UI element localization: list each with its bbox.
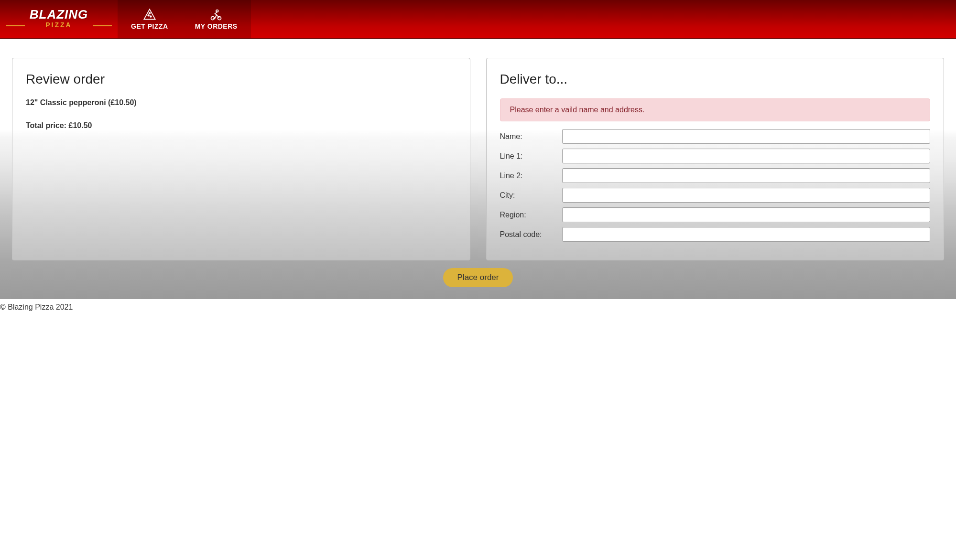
name-field[interactable] [562,129,931,144]
svg-point-0 [148,15,149,16]
form-row-region: Region: [500,207,931,222]
delivery-panel: Deliver to... Please enter a vaild name … [486,58,945,260]
logo: BLAZING PIZZA [25,8,93,30]
svg-point-5 [216,10,218,12]
place-order-button[interactable]: Place order [443,268,513,287]
label-line2: Line 2: [500,172,562,180]
order-total: Total price: £10.50 [26,121,456,130]
label-name: Name: [500,132,562,141]
footer: © Blazing Pizza 2021 [0,299,956,315]
form-row-postal: Postal code: [500,227,931,242]
motorbike-icon [209,8,223,22]
nav-my-orders-label: MY ORDERS [195,22,238,30]
review-order-panel: Review order 12" Classic pepperoni (£10.… [12,58,470,260]
form-row-line2: Line 2: [500,168,931,183]
button-row: Place order [0,268,956,299]
label-region: Region: [500,211,562,219]
nav-get-pizza-label: GET PIZZA [131,22,168,30]
review-order-title: Review order [26,72,456,87]
main-background: Review order 12" Classic pepperoni (£10.… [0,39,956,299]
line2-field[interactable] [562,168,931,183]
city-field[interactable] [562,188,931,203]
postal-code-field[interactable] [562,227,931,242]
nav-my-orders[interactable]: MY ORDERS [182,0,251,38]
label-line1: Line 1: [500,152,562,161]
form-row-line1: Line 1: [500,149,931,163]
delivery-title: Deliver to... [500,72,931,87]
pizza-icon [143,8,156,22]
region-field[interactable] [562,207,931,222]
validation-alert: Please enter a vaild name and address. [500,98,931,121]
footer-text: © Blazing Pizza 2021 [0,303,73,311]
svg-point-2 [149,12,150,14]
label-city: City: [500,191,562,200]
nav-get-pizza[interactable]: GET PIZZA [118,0,182,38]
nav: GET PIZZA MY ORDERS [118,0,251,38]
logo-area[interactable]: BLAZING PIZZA [0,0,118,38]
form-row-city: City: [500,188,931,203]
header: BLAZING PIZZA GET PIZZA MY ORDERS [0,0,956,39]
logo-main-text: BLAZING [30,8,88,21]
main-content: Review order 12" Classic pepperoni (£10.… [0,39,956,268]
label-postal: Postal code: [500,230,562,239]
svg-point-1 [150,16,152,17]
logo-sub-text: PIZZA [30,21,88,30]
form-row-name: Name: [500,129,931,144]
line1-field[interactable] [562,149,931,163]
order-line-item: 12" Classic pepperoni (£10.50) [26,98,456,107]
